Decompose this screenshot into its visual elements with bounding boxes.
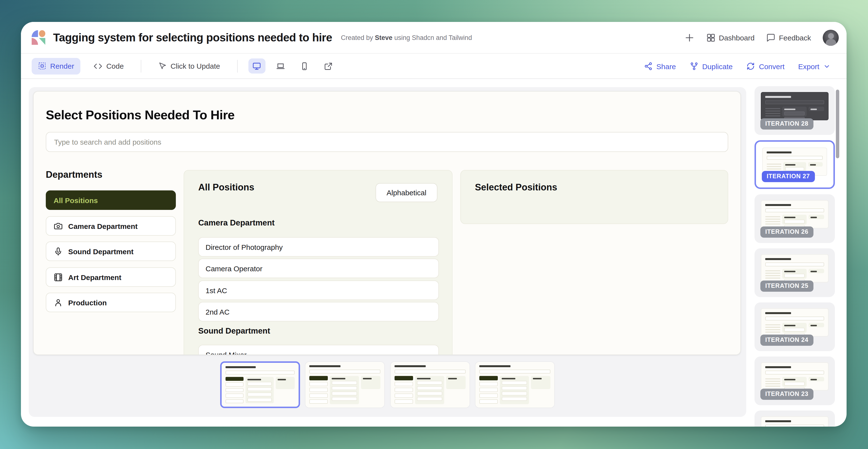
refresh-icon xyxy=(746,62,755,71)
convert-label: Convert xyxy=(759,62,784,70)
department-label: All Positions xyxy=(54,196,98,204)
monitor-icon xyxy=(253,62,261,70)
all-positions-panel: All Positions Alphabetical Camera Depart… xyxy=(184,170,453,355)
laptop-view-button[interactable] xyxy=(272,58,289,73)
department-label: Sound Department xyxy=(68,247,133,255)
render-tab[interactable]: Render xyxy=(32,58,81,74)
camera-icon xyxy=(54,221,63,231)
position-item[interactable]: Director of Photography xyxy=(198,237,439,257)
person-icon xyxy=(54,298,63,307)
iteration-badge: ITERATION 28 xyxy=(761,118,813,130)
convert-button[interactable]: Convert xyxy=(746,62,784,71)
thumbnail-mini-preview xyxy=(475,362,554,408)
department-camera-button[interactable]: Camera Department xyxy=(46,216,176,236)
toolbar-divider xyxy=(141,60,141,72)
toolbar: Render Code Click to Update xyxy=(21,54,846,79)
department-label: Camera Department xyxy=(68,222,137,230)
duplicate-button[interactable]: Duplicate xyxy=(689,62,733,71)
iteration-card-27[interactable]: ITERATION 27 xyxy=(754,140,835,189)
new-project-button[interactable] xyxy=(684,33,694,43)
iteration-card-26[interactable]: ITERATION 26 xyxy=(754,194,835,243)
iteration-badge: ITERATION 27 xyxy=(762,171,815,182)
desktop-view-button[interactable] xyxy=(248,58,266,73)
share-icon xyxy=(644,62,652,71)
code-icon xyxy=(94,62,102,70)
position-item[interactable]: Camera Operator xyxy=(198,259,439,278)
microphone-icon xyxy=(54,247,63,256)
position-item[interactable]: Sound Mixer xyxy=(198,345,439,355)
department-label: Production xyxy=(68,298,107,307)
department-all-positions-button[interactable]: All Positions xyxy=(46,190,176,210)
iteration-mini-preview xyxy=(761,200,829,228)
click-to-update-label: Click to Update xyxy=(170,62,220,70)
chevron-down-icon xyxy=(823,63,831,70)
thumbnail-mini-preview xyxy=(305,362,384,408)
department-label: Art Department xyxy=(68,273,121,281)
render-icon xyxy=(38,62,46,70)
share-button[interactable]: Share xyxy=(644,62,676,71)
laptop-icon xyxy=(276,62,285,70)
feedback-label: Feedback xyxy=(779,34,811,42)
iteration-card-25[interactable]: ITERATION 25 xyxy=(754,248,835,297)
iteration-mini-preview xyxy=(761,308,829,336)
iteration-badge: ITERATION 25 xyxy=(761,281,813,292)
export-button[interactable]: Export xyxy=(798,62,831,70)
share-label: Share xyxy=(656,62,676,70)
preview-thumbnail-2[interactable] xyxy=(305,361,385,408)
code-label: Code xyxy=(106,62,124,70)
iteration-mini-preview xyxy=(761,92,829,120)
selected-positions-heading: Selected Positions xyxy=(475,182,557,193)
position-item[interactable]: 2nd AC xyxy=(198,302,439,321)
department-art-button[interactable]: Art Department xyxy=(46,267,176,287)
smartphone-icon xyxy=(300,62,309,70)
created-by-name: Steve xyxy=(375,34,392,41)
click-to-update-button[interactable]: Click to Update xyxy=(152,58,226,74)
iteration-card-partial[interactable] xyxy=(754,411,835,426)
iteration-card-28[interactable]: ITERATION 28 xyxy=(754,86,835,135)
iteration-mini-preview xyxy=(761,416,829,426)
film-icon xyxy=(54,272,63,282)
app-logo-icon xyxy=(32,30,45,45)
fork-icon xyxy=(689,62,698,71)
departments-heading: Departments xyxy=(46,169,102,180)
app-window: Tagging system for selecting positions n… xyxy=(21,22,846,426)
grid-icon xyxy=(706,33,715,42)
all-positions-heading: All Positions xyxy=(198,182,254,193)
dashboard-label: Dashboard xyxy=(719,34,754,42)
duplicate-label: Duplicate xyxy=(702,62,733,70)
preview-thumbnail-1[interactable] xyxy=(220,361,300,408)
user-avatar[interactable] xyxy=(823,30,839,46)
iteration-card-23[interactable]: ITERATION 23 xyxy=(754,356,835,405)
stage: Tagging system for selecting positions n… xyxy=(0,0,868,449)
group-heading-camera: Camera Department xyxy=(198,218,275,227)
alphabetical-sort-button[interactable]: Alphabetical xyxy=(376,183,437,202)
open-external-icon xyxy=(324,62,333,70)
feedback-button[interactable]: Feedback xyxy=(766,33,811,42)
positions-search-input[interactable] xyxy=(46,132,728,152)
preview-workspace: Select Positions Needed To Hire Departme… xyxy=(29,87,746,417)
plus-icon xyxy=(684,33,694,43)
created-by-suffix: using Shadcn and Tailwind xyxy=(394,34,472,41)
department-production-button[interactable]: Production xyxy=(46,293,176,312)
iteration-card-24[interactable]: ITERATION 24 xyxy=(754,302,835,351)
preview-thumbnail-3[interactable] xyxy=(390,361,470,408)
toolbar-divider xyxy=(237,60,238,72)
toolbar-right: Share Duplicate Convert Export xyxy=(644,54,831,79)
preview-thumbnail-4[interactable] xyxy=(475,361,555,408)
mobile-view-button[interactable] xyxy=(296,58,313,73)
thumbnail-mini-preview xyxy=(222,363,299,407)
rendered-app-card: Select Positions Needed To Hire Departme… xyxy=(33,91,741,355)
export-label: Export xyxy=(798,62,819,70)
department-sound-button[interactable]: Sound Department xyxy=(46,242,176,261)
position-item[interactable]: 1st AC xyxy=(198,281,439,300)
toolbar-left: Render Code Click to Update xyxy=(32,58,337,74)
open-preview-button[interactable] xyxy=(320,58,337,73)
dashboard-button[interactable]: Dashboard xyxy=(706,33,754,42)
app-heading: Select Positions Needed To Hire xyxy=(46,108,235,123)
group-heading-sound: Sound Department xyxy=(198,326,270,335)
code-tab[interactable]: Code xyxy=(87,58,130,74)
page-title: Tagging system for selecting positions n… xyxy=(53,31,332,44)
iteration-badge: ITERATION 26 xyxy=(761,226,813,238)
iterations-scrollbar[interactable] xyxy=(836,90,839,158)
iteration-mini-preview xyxy=(761,362,829,391)
